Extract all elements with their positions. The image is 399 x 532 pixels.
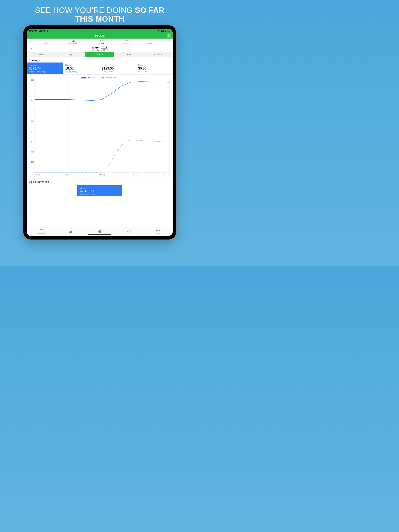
range-tabs: Week Pay Month Year Custom — [27, 52, 173, 57]
angle-brackets-icon — [124, 39, 129, 42]
status-left: 8:41 AM Sun Apr 3 — [29, 30, 48, 32]
metric-label: Earnings — [29, 64, 61, 66]
status-right: 100% — [157, 30, 170, 32]
mode-tab-averages[interactable]: Averages — [123, 39, 130, 44]
range-label: Week — [39, 53, 44, 56]
trend-icon — [99, 39, 103, 42]
range-label: Year — [127, 53, 131, 56]
bars-icon — [150, 39, 154, 42]
legend-previous: Previous Period — [106, 76, 118, 78]
metric-label: Credit — [138, 64, 171, 66]
svg-rect-26 — [70, 231, 71, 233]
metric-credit[interactable]: Credit $0.00 $0.00 (+-0%) — [136, 63, 173, 74]
tip-value: $2,400.00 — [80, 189, 120, 193]
filter-button[interactable] — [167, 33, 171, 38]
headline-part1: SEE HOW YOU'RE DOING — [35, 6, 135, 14]
metric-earnings[interactable]: Earnings $878.74 $583.74 (+197.88%) — [27, 63, 63, 74]
next-period-button[interactable]: › — [166, 47, 170, 51]
metric-hours[interactable]: Hours 18.00 13.50 (+300%) — [63, 63, 100, 74]
range-tab-year[interactable]: Year — [114, 52, 144, 57]
tab-clock[interactable] — [123, 230, 135, 234]
status-date: Sun Apr 3 — [39, 30, 48, 32]
svg-text:Feb 27: Feb 27 — [35, 174, 40, 176]
mode-tab-history[interactable]: History (Original) — [67, 39, 80, 44]
svg-text:800: 800 — [31, 89, 34, 91]
pie-icon — [98, 230, 102, 233]
calendar-icon — [39, 229, 44, 232]
clock-icon — [127, 230, 131, 233]
mode-tab-todate[interactable]: To Date — [98, 39, 104, 44]
svg-text:300: 300 — [31, 141, 34, 143]
more-icon: ••• — [156, 229, 160, 232]
svg-line-31 — [129, 232, 129, 232]
prev-period-button[interactable]: ‹ — [30, 47, 33, 51]
range-tab-week[interactable]: Week — [27, 52, 56, 57]
tab-label: more — [156, 232, 160, 234]
svg-text:Mar 6: Mar 6 — [66, 174, 71, 176]
range-label: Custom — [154, 53, 162, 56]
tip-delta: $1,400.00 (+140%) — [80, 193, 120, 195]
mode-tab-compare[interactable]: Compare — [148, 39, 156, 44]
mode-label: Totals — [44, 42, 49, 44]
tab-label: Calendar — [38, 233, 45, 234]
metric-delta: $583.74 (+197.88%) — [29, 71, 61, 73]
period-main: March 2022 — [92, 46, 108, 49]
screen: 8:41 AM Sun Apr 3 100% To Date Totals — [27, 29, 173, 236]
bars-icon — [71, 39, 75, 42]
tab-more[interactable]: ••• more — [152, 229, 164, 234]
svg-text:900: 900 — [31, 79, 34, 81]
bars-icon — [44, 39, 48, 42]
metric-label: Cash — [102, 64, 134, 66]
svg-text:Mar 20: Mar 20 — [133, 174, 139, 176]
svg-text:Mar 27: Mar 27 — [164, 174, 169, 176]
metrics-row: Earnings $878.74 $583.74 (+197.88%) Hour… — [27, 63, 173, 75]
tip-performance-section: Tip Performance Sales $2,400.00 $1,400.0… — [27, 178, 173, 196]
line-chart: Feb 27Mar 6Mar 13Mar 20Mar 2710020030040… — [29, 79, 171, 176]
svg-rect-27 — [71, 231, 72, 233]
chart-legend: Current Period Previous Period — [28, 76, 171, 78]
legend-swatch-current — [81, 77, 86, 78]
metric-delta: $0.00 (+-0%) — [138, 71, 171, 73]
metric-value: $878.74 — [29, 67, 61, 70]
filter-icon — [167, 34, 170, 37]
mode-label: Compare — [148, 42, 156, 44]
tab-pie[interactable] — [94, 230, 106, 234]
tip-label: Sales — [80, 187, 120, 189]
status-time: 8:41 AM — [29, 30, 37, 32]
headline-bold2: THIS MONTH — [75, 15, 124, 23]
mode-label: Averages — [123, 42, 130, 44]
metric-value: $0.00 — [138, 67, 171, 70]
home-indicator — [88, 234, 111, 235]
period-nav: ‹ March 2022 vs. February 2022 › — [27, 45, 173, 52]
app-header: To Date — [27, 33, 173, 38]
metric-delta: $123.00 (+∞%) — [102, 71, 134, 73]
bars-icon — [69, 230, 72, 233]
range-tab-month[interactable]: Month — [85, 52, 114, 57]
mode-tab-totals[interactable]: Totals — [44, 39, 49, 44]
section-tip-title: Tip Performance — [27, 179, 173, 184]
battery-icon — [167, 30, 170, 32]
period-label[interactable]: March 2022 vs. February 2022 — [92, 46, 108, 51]
svg-text:Mar 13: Mar 13 — [99, 174, 105, 176]
range-label: Month — [97, 53, 103, 56]
svg-text:500: 500 — [31, 120, 34, 122]
battery-pct: 100% — [161, 30, 166, 32]
header-title: To Date — [95, 34, 105, 37]
mode-tabs: Totals History (Original) To Date Averag… — [27, 38, 173, 45]
range-tab-custom[interactable]: Custom — [143, 52, 173, 57]
tab-stats[interactable] — [65, 230, 76, 234]
ipad-frame: 8:41 AM Sun Apr 3 100% To Date Totals — [23, 25, 176, 240]
range-label: Pay — [69, 53, 72, 56]
mode-label: History (Original) — [67, 42, 80, 44]
mode-label: To Date — [98, 42, 104, 44]
status-bar: 8:41 AM Sun Apr 3 100% — [27, 29, 173, 33]
metric-value: $123.00 — [102, 67, 134, 70]
tab-calendar[interactable]: Calendar — [36, 229, 47, 234]
metric-label: Hours — [65, 64, 98, 66]
legend-swatch-previous — [101, 77, 105, 78]
range-tab-pay[interactable]: Pay — [56, 52, 85, 57]
svg-rect-25 — [69, 232, 70, 233]
metric-cash[interactable]: Cash $123.00 $123.00 (+∞%) — [100, 63, 136, 74]
tip-card-sales[interactable]: Sales $2,400.00 $1,400.00 (+140%) — [77, 185, 122, 196]
svg-text:700: 700 — [31, 100, 34, 101]
